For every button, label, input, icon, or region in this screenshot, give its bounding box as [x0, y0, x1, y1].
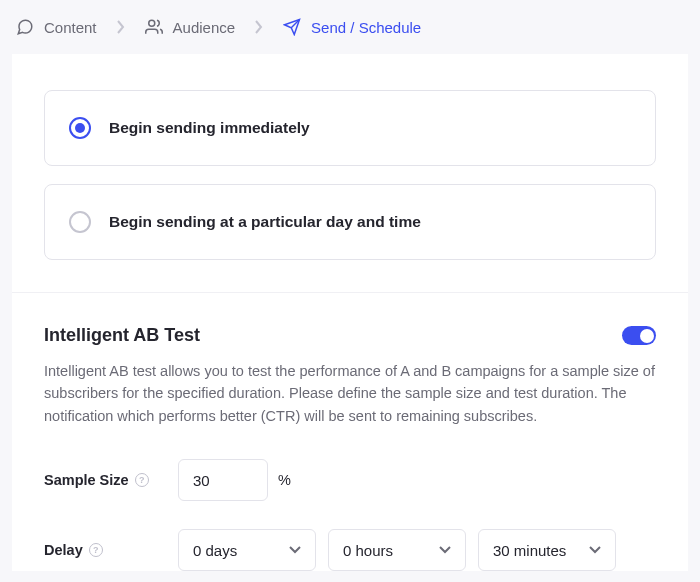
- send-timing-panel: Begin sending immediately Begin sending …: [12, 54, 688, 293]
- sample-size-input[interactable]: [178, 459, 268, 501]
- ab-test-description: Intelligent AB test allows you to test t…: [44, 360, 656, 427]
- ab-test-toggle[interactable]: [622, 326, 656, 345]
- ab-test-panel: Intelligent AB Test Intelligent AB test …: [12, 293, 688, 571]
- help-icon[interactable]: ?: [135, 473, 149, 487]
- sample-size-unit: %: [278, 472, 291, 488]
- ab-test-title: Intelligent AB Test: [44, 325, 200, 346]
- breadcrumb-audience[interactable]: Audience: [145, 18, 236, 36]
- delay-minutes-select[interactable]: 30 minutes: [478, 529, 616, 571]
- breadcrumb-content[interactable]: Content: [16, 18, 97, 36]
- sample-size-row: Sample Size ? %: [44, 459, 656, 501]
- delay-row: Delay ? 0 days 0 hours 30 minutes: [44, 529, 656, 571]
- delay-days-select[interactable]: 0 days: [178, 529, 316, 571]
- svg-point-0: [148, 20, 154, 26]
- breadcrumb-audience-label: Audience: [173, 19, 236, 36]
- breadcrumb-send-schedule-label: Send / Schedule: [311, 19, 421, 36]
- chevron-right-icon: [117, 20, 125, 34]
- chevron-down-icon: [439, 546, 451, 554]
- toggle-knob-icon: [640, 329, 654, 343]
- chevron-down-icon: [289, 546, 301, 554]
- radio-scheduled-label: Begin sending at a particular day and ti…: [109, 213, 421, 231]
- breadcrumb: Content Audience Send / Schedule: [0, 0, 700, 54]
- radio-send-scheduled[interactable]: Begin sending at a particular day and ti…: [44, 184, 656, 260]
- help-icon[interactable]: ?: [89, 543, 103, 557]
- delay-label: Delay ?: [44, 542, 178, 558]
- delay-hours-select[interactable]: 0 hours: [328, 529, 466, 571]
- radio-immediate-label: Begin sending immediately: [109, 119, 310, 137]
- chevron-down-icon: [589, 546, 601, 554]
- breadcrumb-send-schedule[interactable]: Send / Schedule: [283, 18, 421, 36]
- ab-test-header: Intelligent AB Test: [44, 325, 656, 346]
- send-icon: [283, 18, 301, 36]
- sample-size-label: Sample Size ?: [44, 472, 178, 488]
- radio-button-icon: [69, 117, 91, 139]
- delay-selects: 0 days 0 hours 30 minutes: [178, 529, 616, 571]
- content-icon: [16, 18, 34, 36]
- chevron-right-icon: [255, 20, 263, 34]
- radio-button-icon: [69, 211, 91, 233]
- radio-send-immediate[interactable]: Begin sending immediately: [44, 90, 656, 166]
- breadcrumb-content-label: Content: [44, 19, 97, 36]
- audience-icon: [145, 18, 163, 36]
